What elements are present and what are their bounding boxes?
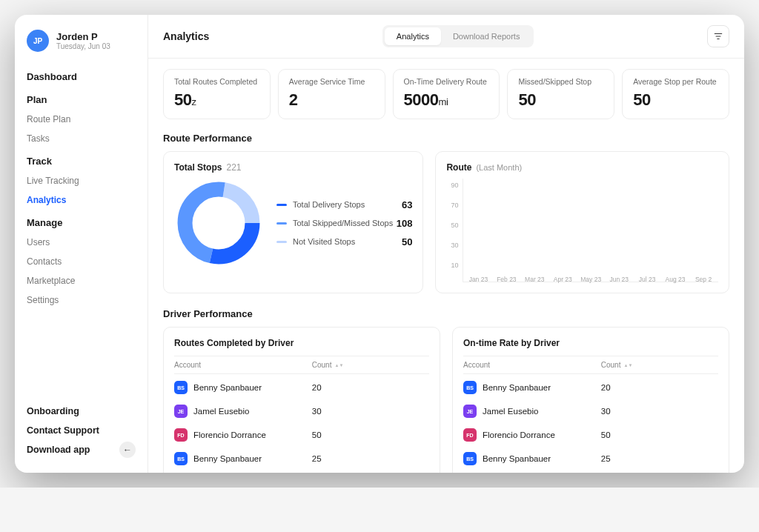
chart-bars: Jan 23Feb 23Mar 23Apr 23May 23Jun 23Jul …: [463, 179, 718, 282]
col-account[interactable]: Account: [174, 361, 312, 369]
table-row[interactable]: BSBenny Spanbauer25: [463, 447, 718, 471]
filter-icon: [713, 31, 723, 41]
table-row[interactable]: JEJamel Eusebio30: [463, 399, 718, 423]
driver-name: Jamel Eusebio: [483, 407, 538, 416]
bar-label: Sep 2: [695, 276, 712, 283]
kpi-value: 2: [289, 90, 374, 110]
tab-group: Analytics Download Reports: [382, 25, 534, 47]
tab-download-reports[interactable]: Download Reports: [441, 27, 532, 45]
table-title: On-time Rate by Driver: [463, 338, 718, 348]
user-name: Jorden P: [56, 31, 110, 42]
kpi-row: Total Routes Completed 50z Average Servi…: [163, 69, 729, 119]
table-row[interactable]: FDFlorencio Dorrance50: [174, 423, 429, 447]
legend-row: Not Visited Stops 50: [276, 233, 412, 251]
driver-count: 50: [601, 430, 718, 439]
table-body: BSBenny Spanbauer20JEJamel Eusebio30FDFl…: [174, 376, 429, 473]
nav-item-marketplace[interactable]: Marketplace: [15, 271, 148, 290]
driver-avatar: JE: [463, 405, 477, 418]
legend-row: Total Skipped/Missed Stops 108: [276, 214, 412, 233]
driver-avatar: FD: [463, 428, 477, 442]
download-app-arrow-icon[interactable]: ←: [119, 442, 136, 458]
bar-label: May 23: [580, 276, 601, 283]
card-route-chart: Route (Last Month) 9070503010 Jan 23Feb …: [435, 151, 729, 293]
col-count[interactable]: Count▲▼: [601, 361, 718, 369]
nav-contact-support[interactable]: Contact Support: [15, 421, 148, 440]
driver-name: Benny Spanbauer: [193, 454, 262, 463]
table-row[interactable]: JEJamel Eusebio30: [174, 399, 429, 423]
table-row[interactable]: BSBenny Spanbauer20: [463, 376, 718, 399]
card-title-route: Route (Last Month): [446, 162, 718, 173]
kpi-value: 50: [633, 90, 718, 110]
nav-section-plan: Plan: [15, 87, 148, 110]
nav-item-contacts[interactable]: Contacts: [15, 252, 148, 271]
y-tick: 90: [446, 182, 458, 189]
driver-count: 25: [601, 454, 718, 463]
y-tick: 70: [446, 202, 458, 209]
nav-item-live-tracking[interactable]: Live Tracking: [15, 171, 148, 190]
nav-item-users[interactable]: Users: [15, 233, 148, 252]
legend-label: Not Visited Stops: [293, 237, 355, 246]
section-route-performance: Route Performance: [163, 133, 729, 144]
table-row[interactable]: JEJamel Eusebio30: [174, 471, 429, 473]
driver-count: 30: [312, 407, 429, 416]
driver-name: Florencio Dorrance: [483, 430, 555, 439]
bar-label: Feb 23: [497, 276, 516, 283]
nav-onboarding[interactable]: Onboarding: [15, 402, 148, 421]
filter-button[interactable]: [707, 25, 729, 47]
tab-analytics[interactable]: Analytics: [385, 27, 441, 45]
driver-avatar: BS: [463, 452, 477, 465]
col-account[interactable]: Account: [463, 361, 601, 369]
sidebar: JP Jorden P Tuesday, Jun 03 Dashboard Pl…: [15, 15, 148, 473]
bar-column: Apr 23: [551, 271, 574, 282]
kpi-label: Average Stop per Route: [633, 77, 718, 86]
legend-value: 63: [402, 199, 412, 210]
driver-name: Benny Spanbauer: [483, 454, 551, 463]
driver-count: 30: [601, 407, 718, 416]
table-row[interactable]: BSBenny Spanbauer25: [174, 447, 429, 471]
table-row[interactable]: FDFlorencio Dorrance50: [463, 423, 718, 447]
nav-item-tasks[interactable]: Tasks: [15, 129, 148, 148]
table-body: BSBenny Spanbauer20JEJamel Eusebio30FDFl…: [463, 376, 718, 473]
table-title: Routes Completed by Driver: [174, 338, 429, 348]
driver-count: 20: [312, 383, 429, 392]
driver-name: Florencio Dorrance: [193, 430, 266, 439]
legend-color: [276, 241, 287, 243]
driver-count: 50: [312, 430, 429, 439]
nav-item-route-plan[interactable]: Route Plan: [15, 110, 148, 129]
col-count[interactable]: Count▲▼: [312, 361, 429, 369]
driver-name: Benny Spanbauer: [483, 383, 551, 392]
driver-avatar: FD: [174, 428, 188, 442]
kpi-avg-stop: Average Stop per Route 50: [622, 69, 729, 119]
legend-label: Total Skipped/Missed Stops: [293, 219, 393, 227]
kpi-value: 50z: [174, 90, 259, 110]
table-header: Account Count▲▼: [463, 356, 718, 374]
table-header: Account Count▲▼: [174, 356, 429, 374]
main: Analytics Analytics Download Reports Tot…: [148, 15, 744, 473]
bar-label: Jun 23: [609, 276, 629, 283]
legend-value: 50: [402, 236, 412, 247]
nav-section-dashboard[interactable]: Dashboard: [15, 64, 148, 87]
bar-column: Jun 23: [607, 271, 631, 282]
bar-column: May 23: [579, 271, 603, 282]
bar-label: Aug 23: [666, 276, 686, 283]
content: Total Routes Completed 50z Average Servi…: [148, 59, 744, 473]
table-row[interactable]: BSBenny Spanbauer20: [174, 376, 429, 399]
driver-name: Jamel Eusebio: [193, 407, 249, 416]
bar-column: Jan 23: [466, 271, 490, 282]
bar-column: Jul 23: [635, 271, 659, 282]
bar-label: Apr 23: [554, 276, 572, 283]
bar-chart: 9070503010 Jan 23Feb 23Mar 23Apr 23May 2…: [446, 179, 718, 282]
nav-item-analytics[interactable]: Analytics: [15, 190, 148, 210]
sort-icon: ▲▼: [623, 364, 632, 367]
kpi-missed-stop: Missed/Skipped Stop 50: [507, 69, 614, 119]
kpi-label: On-Time Delivery Route: [404, 77, 489, 86]
nav-download-app[interactable]: Download app: [15, 440, 90, 459]
nav-section-manage: Manage: [15, 210, 148, 233]
table-row[interactable]: JEJamel Eusebio30: [463, 471, 718, 473]
legend-row: Total Delivery Stops 63: [276, 196, 412, 214]
kpi-value: 5000mi: [404, 90, 489, 110]
kpi-avg-service: Average Service Time 2: [278, 69, 385, 119]
legend-color: [276, 204, 287, 206]
nav-item-settings[interactable]: Settings: [15, 290, 148, 310]
bar-column: Sep 2: [692, 271, 715, 282]
